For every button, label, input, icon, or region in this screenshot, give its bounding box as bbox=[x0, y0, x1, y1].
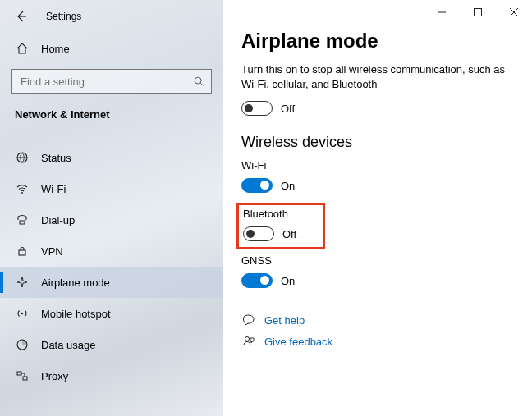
gnss-toggle[interactable] bbox=[241, 273, 273, 288]
nav-label: Data usage bbox=[41, 339, 96, 351]
maximize-button[interactable] bbox=[460, 0, 496, 25]
back-arrow-icon bbox=[15, 10, 28, 23]
back-button[interactable] bbox=[8, 3, 34, 30]
data-usage-icon bbox=[15, 338, 30, 351]
nav-label: Proxy bbox=[41, 370, 68, 382]
wifi-icon bbox=[15, 182, 30, 195]
search-input[interactable] bbox=[19, 75, 183, 89]
nav-label: Airplane mode bbox=[41, 277, 110, 289]
category-label: Network & Internet bbox=[0, 105, 223, 129]
nav-label: Wi-Fi bbox=[41, 183, 66, 195]
minimize-button[interactable] bbox=[424, 0, 460, 25]
nav-item-hotspot[interactable]: Mobile hotspot bbox=[0, 298, 223, 329]
close-button[interactable] bbox=[496, 0, 532, 25]
link-text: Give feedback bbox=[264, 336, 332, 348]
home-button[interactable]: Home bbox=[0, 33, 223, 64]
globe-icon bbox=[15, 151, 30, 164]
proxy-icon bbox=[15, 369, 30, 382]
home-icon bbox=[15, 42, 30, 55]
help-links: Get help Give feedback bbox=[241, 309, 517, 352]
wifi-toggle[interactable] bbox=[241, 178, 273, 193]
home-label: Home bbox=[41, 43, 70, 55]
maximize-icon bbox=[474, 8, 482, 16]
device-name: Wi-Fi bbox=[241, 159, 517, 171]
page-description: Turn this on to stop all wireless commun… bbox=[241, 62, 517, 91]
help-icon bbox=[241, 313, 256, 327]
svg-point-0 bbox=[195, 77, 201, 84]
airplane-icon bbox=[15, 276, 30, 289]
nav-label: Dial-up bbox=[41, 214, 75, 226]
svg-rect-3 bbox=[20, 221, 25, 224]
hotspot-icon bbox=[15, 307, 30, 320]
nav-item-proxy[interactable]: Proxy bbox=[0, 360, 223, 391]
search-icon bbox=[193, 75, 204, 87]
page-title: Airplane mode bbox=[241, 30, 517, 53]
svg-point-2 bbox=[21, 192, 23, 194]
svg-point-10 bbox=[245, 337, 250, 341]
link-text: Get help bbox=[264, 314, 305, 327]
nav-label: Status bbox=[41, 152, 71, 164]
vpn-icon bbox=[15, 245, 30, 258]
svg-rect-8 bbox=[23, 377, 27, 380]
bluetooth-state: Off bbox=[282, 228, 296, 240]
nav-item-status[interactable]: Status bbox=[0, 142, 223, 173]
nav-item-dialup[interactable]: Dial-up bbox=[0, 204, 223, 235]
device-wifi: Wi-Fi On bbox=[241, 159, 517, 196]
search-box[interactable] bbox=[11, 69, 212, 94]
svg-rect-7 bbox=[17, 372, 21, 375]
feedback-icon bbox=[241, 335, 256, 348]
nav-list: Status Wi-Fi Dial-up VPN Airplane mode M… bbox=[0, 129, 223, 391]
sidebar: Settings Home Network & Internet Status … bbox=[0, 0, 223, 416]
app-title: Settings bbox=[46, 11, 81, 22]
get-help-link[interactable]: Get help bbox=[241, 309, 517, 331]
device-name: Bluetooth bbox=[243, 208, 296, 220]
device-name: GNSS bbox=[241, 254, 517, 267]
dialup-icon bbox=[15, 213, 30, 226]
bluetooth-toggle[interactable] bbox=[243, 226, 274, 241]
nav-item-airplane[interactable]: Airplane mode bbox=[0, 267, 223, 298]
wifi-state: On bbox=[281, 180, 295, 192]
gnss-state: On bbox=[281, 275, 295, 287]
nav-item-datausage[interactable]: Data usage bbox=[0, 329, 223, 360]
close-icon bbox=[510, 8, 518, 16]
give-feedback-link[interactable]: Give feedback bbox=[241, 331, 517, 352]
nav-item-vpn[interactable]: VPN bbox=[0, 235, 223, 267]
main-content: Airplane mode Turn this on to stop all w… bbox=[223, 0, 532, 416]
bluetooth-highlight: Bluetooth Off bbox=[236, 203, 325, 249]
nav-label: Mobile hotspot bbox=[41, 308, 111, 320]
minimize-icon bbox=[438, 8, 446, 16]
svg-rect-4 bbox=[19, 250, 25, 255]
svg-point-5 bbox=[21, 313, 23, 314]
nav-label: VPN bbox=[41, 245, 63, 258]
airplane-mode-state: Off bbox=[281, 103, 295, 115]
titlebar: Settings bbox=[0, 0, 223, 33]
svg-rect-9 bbox=[475, 9, 482, 16]
device-gnss: GNSS On bbox=[241, 254, 517, 291]
window-controls bbox=[424, 0, 532, 25]
wireless-devices-title: Wireless devices bbox=[241, 134, 517, 151]
airplane-mode-toggle[interactable] bbox=[241, 101, 273, 116]
nav-item-wifi[interactable]: Wi-Fi bbox=[0, 173, 223, 204]
